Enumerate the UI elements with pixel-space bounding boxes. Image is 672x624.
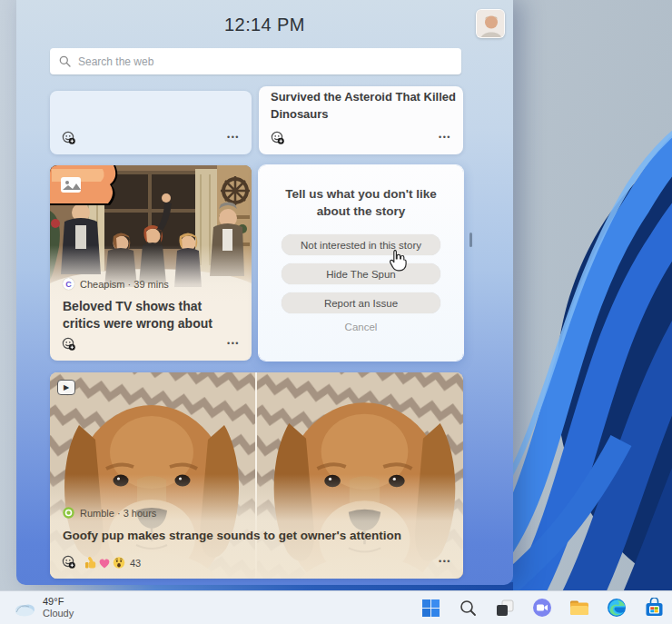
start-button[interactable] [420,597,441,619]
taskbar-search-button[interactable] [457,597,479,619]
windows-start-icon [422,599,440,617]
reaction-row: ••• [50,131,252,147]
edge-button[interactable] [606,597,628,619]
wallpaper-bloom [501,50,672,595]
reaction-row: 43 ••• [50,555,463,571]
file-explorer-button[interactable] [568,597,590,619]
cloudy-weather-icon [13,599,36,617]
feed-scrollbar[interactable] [469,233,472,247]
reaction-row: ••• [259,131,463,147]
thumbnail-fade [50,245,252,302]
task-view-icon [496,599,514,617]
taskbar-icon-row [420,597,665,619]
reaction-count: 43 [130,558,141,569]
source-label: Cheapism · 39 mins [80,279,169,290]
card-headline: Beloved TV shows that critics were wrong… [63,298,241,332]
play-glyph: ▶ [64,383,69,391]
user-avatar[interactable] [476,9,505,38]
search-icon [460,599,477,617]
taskbar-weather-widget[interactable]: 49°F Cloudy [9,594,77,621]
not-interested-button[interactable]: Not interested in this story [282,234,440,255]
add-reaction-button[interactable] [62,555,76,570]
add-reaction-icon [62,555,75,569]
cancel-button[interactable]: Cancel [259,322,463,332]
microsoft-store-icon [645,598,664,618]
search-icon [59,55,71,67]
add-reaction-button[interactable] [271,131,285,145]
weather-temperature: 49°F [43,596,74,608]
story-feedback-card: Tell us what you don't like about the st… [259,165,463,361]
source-label: Rumble · 3 hours [80,508,156,519]
weather-condition: Cloudy [43,608,74,619]
reaction-emojis-icon [84,556,126,570]
rumble-logo-icon [63,507,74,519]
add-reaction-icon [62,131,75,144]
search-input[interactable] [78,55,452,68]
source-row: C Cheapism · 39 mins [63,278,169,290]
add-reaction-button[interactable] [62,131,76,145]
add-reaction-icon [271,131,284,144]
source-row: Rumble · 3 hours [63,507,156,519]
hide-publisher-button[interactable]: Hide The Spun [282,263,440,284]
avatar-face-icon [477,10,505,38]
more-options-button[interactable]: ••• [439,133,451,142]
news-card-partial[interactable]: ••• [50,91,252,154]
chat-icon [532,598,552,618]
web-search-bar[interactable] [50,48,461,74]
feedback-title: Tell us what you don't like about the st… [259,185,463,220]
taskbar: 49°F Cloudy [0,590,672,624]
reaction-summary[interactable]: 43 [84,556,141,570]
video-play-icon: ▶ [57,380,75,395]
cheapism-logo-icon: C [63,278,74,290]
report-issue-button[interactable]: Report an Issue [282,292,440,313]
add-reaction-icon [62,337,75,351]
desktop: 12:14 PM ••• [0,0,672,624]
more-options-button[interactable]: ••• [227,339,240,348]
file-explorer-icon [569,599,589,617]
edge-icon [607,598,627,618]
news-card-asteroid[interactable]: Survived the Asteroid That Killed Dinosa… [259,86,463,154]
widgets-panel: 12:14 PM ••• [16,0,513,585]
panel-clock: 12:14 PM [16,15,513,35]
add-reaction-button[interactable] [62,337,76,352]
more-options-button[interactable]: ••• [439,557,451,566]
card-headline: Goofy pup makes strange sounds to get ow… [63,527,449,544]
task-view-button[interactable] [494,597,516,619]
store-button[interactable] [643,597,665,619]
card-headline: Survived the Asteroid That Killed Dinosa… [271,88,456,123]
news-card-tv-shows[interactable]: C Cheapism · 39 mins Beloved TV shows th… [50,165,252,361]
news-card-dog-video[interactable]: ▶ Rumble · 3 hours Goofy pup makes stran… [50,372,463,579]
more-options-button[interactable]: ••• [227,133,240,142]
reaction-row: ••• [50,337,252,353]
chat-button[interactable] [531,597,553,619]
